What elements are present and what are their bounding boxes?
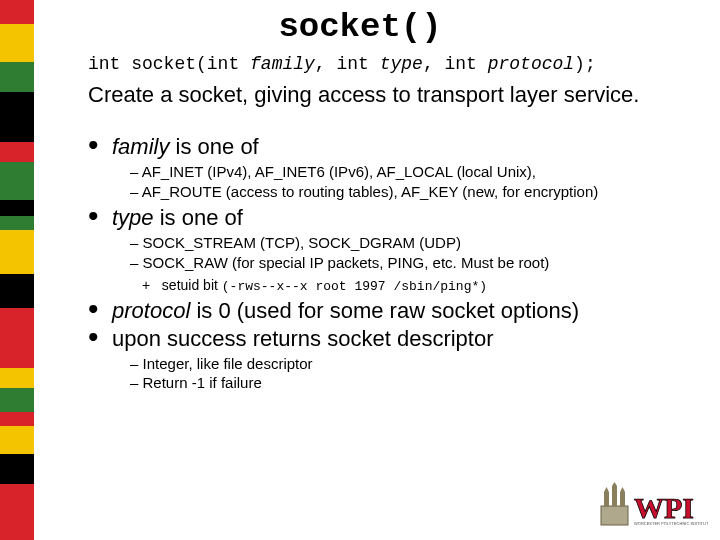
- sig-text: , int: [315, 54, 380, 74]
- wpi-subtext: WORCESTER POLYTECHNIC INSTITUTE: [634, 521, 708, 526]
- function-signature: int socket(int family, int type, int pro…: [88, 54, 702, 74]
- plus-mono: (-rws--x--x root 1997 /sbin/ping*): [222, 279, 487, 294]
- svg-marker-3: [604, 487, 609, 492]
- sub-sub-item: setuid bit (-rws--x--x root 1997 /sbin/p…: [142, 276, 702, 296]
- bullet-list: family is one of AF_INET (IPv4), AF_INET…: [88, 134, 702, 393]
- svg-rect-1: [604, 492, 609, 507]
- bullet-text: is one of: [154, 205, 243, 230]
- slide-content: int socket(int family, int type, int pro…: [88, 54, 702, 397]
- sig-text: , int: [423, 54, 488, 74]
- bullet-text: is 0 (used for some raw socket options): [190, 298, 579, 323]
- list-item: upon success returns socket descriptor I…: [88, 326, 702, 393]
- svg-marker-6: [612, 482, 617, 486]
- decorative-sidestrip: [0, 0, 34, 540]
- sub-sub-list: setuid bit (-rws--x--x root 1997 /sbin/p…: [112, 276, 702, 296]
- sig-param-family: family: [250, 54, 315, 74]
- description: Create a socket, giving access to transp…: [88, 82, 702, 108]
- svg-marker-4: [620, 487, 625, 492]
- logo-area: WPI WORCESTER POLYTECHNIC INSTITUTE: [598, 482, 708, 530]
- sub-item: SOCK_STREAM (TCP), SOCK_DGRAM (UDP): [130, 233, 702, 253]
- list-item: protocol is 0 (used for some raw socket …: [88, 298, 702, 324]
- sig-text: int socket(int: [88, 54, 250, 74]
- sig-text: );: [574, 54, 596, 74]
- sub-item: AF_INET (IPv4), AF_INET6 (IPv6), AF_LOCA…: [130, 162, 702, 182]
- param-name: family: [112, 134, 169, 159]
- sub-item: Integer, like file descriptor: [130, 354, 702, 374]
- svg-rect-5: [612, 486, 617, 506]
- sig-param-protocol: protocol: [488, 54, 574, 74]
- sub-item: SOCK_RAW (for special IP packets, PING, …: [130, 253, 702, 273]
- sub-list: SOCK_STREAM (TCP), SOCK_DGRAM (UDP) SOCK…: [112, 233, 702, 272]
- svg-rect-0: [601, 506, 628, 525]
- param-name: type: [112, 205, 154, 230]
- page-title: socket(): [0, 8, 720, 46]
- bullet-text: is one of: [169, 134, 258, 159]
- sub-list: AF_INET (IPv4), AF_INET6 (IPv6), AF_LOCA…: [112, 162, 702, 201]
- list-item: type is one of SOCK_STREAM (TCP), SOCK_D…: [88, 205, 702, 296]
- sig-param-type: type: [380, 54, 423, 74]
- wpi-text: WPI: [634, 491, 694, 524]
- sub-item: Return -1 if failure: [130, 373, 702, 393]
- list-item: family is one of AF_INET (IPv4), AF_INET…: [88, 134, 702, 201]
- sub-item: AF_ROUTE (access to routing tables), AF_…: [130, 182, 702, 202]
- param-name: protocol: [112, 298, 190, 323]
- bullet-text: upon success returns socket descriptor: [112, 326, 494, 351]
- sub-list: Integer, like file descriptor Return -1 …: [112, 354, 702, 393]
- svg-rect-2: [620, 492, 625, 507]
- wpi-logo-icon: WPI WORCESTER POLYTECHNIC INSTITUTE: [598, 482, 708, 530]
- plus-text: setuid bit: [162, 277, 222, 293]
